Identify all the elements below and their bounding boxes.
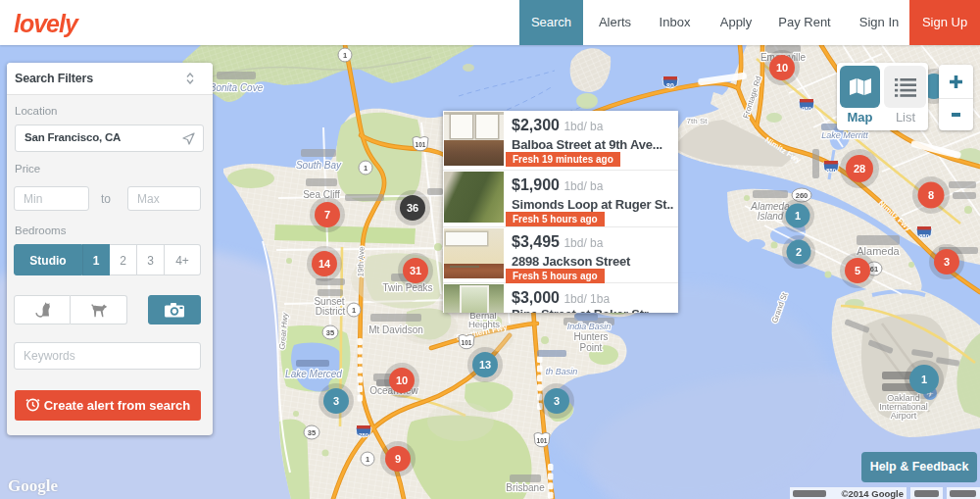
svg-text:8: 8 [928,189,934,201]
svg-text:7: 7 [324,209,330,221]
svg-text:Lake Merced: Lake Merced [285,369,342,379]
svg-text:2: 2 [796,246,802,258]
svg-text:Heights: Heights [468,319,500,329]
svg-text:13: 13 [479,359,491,371]
svg-text:3: 3 [554,395,560,407]
svg-text:South Bay: South Bay [296,160,342,171]
svg-text:14: 14 [318,258,331,270]
svg-text:1: 1 [921,374,927,385]
svg-text:3: 3 [333,395,339,407]
svg-text:Mt Davidson: Mt Davidson [368,324,423,335]
svg-text:101: 101 [537,437,548,444]
svg-text:880: 880 [919,233,930,239]
svg-text:19th Ave: 19th Ave [356,246,366,277]
svg-text:1: 1 [343,51,347,60]
svg-text:35: 35 [308,428,316,437]
svg-text:lovely: lovely [14,10,79,37]
svg-text:35: 35 [326,328,334,337]
svg-text:India Basin: India Basin [567,322,612,331]
svg-text:Airport: Airport [891,411,917,421]
svg-text:1: 1 [352,306,356,315]
svg-text:1: 1 [366,455,369,464]
svg-text:Lake Merritt: Lake Merritt [821,130,868,140]
svg-text:280: 280 [359,432,369,438]
svg-text:36: 36 [407,202,418,214]
svg-text:3: 3 [944,256,950,268]
svg-text:10: 10 [396,374,408,386]
svg-text:101: 101 [462,339,472,346]
svg-text:880: 880 [826,168,837,174]
svg-text:80: 80 [666,82,674,89]
svg-text:Point: Point [580,342,603,353]
svg-text:th Basin: th Basin [546,367,578,376]
svg-text:5: 5 [855,265,860,276]
svg-text:101: 101 [416,141,426,148]
svg-text:9: 9 [395,453,401,465]
svg-text:District: District [316,306,346,317]
svg-text:7th St: 7th St [687,117,709,125]
svg-text:31: 31 [410,265,421,276]
svg-text:1: 1 [795,210,801,222]
svg-text:10: 10 [776,62,788,74]
svg-text:Island: Island [758,211,784,222]
svg-text:980: 980 [802,106,812,112]
svg-text:28: 28 [854,163,865,175]
svg-text:1: 1 [364,164,368,173]
svg-text:Bonita Cove: Bonita Cove [210,82,264,93]
svg-text:260: 260 [796,191,808,200]
svg-text:Hunters: Hunters [573,331,608,342]
